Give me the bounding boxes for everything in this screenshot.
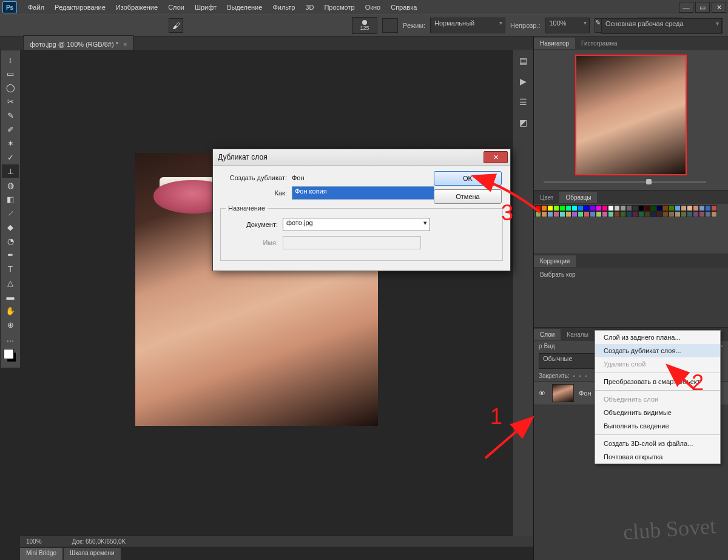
panel-tab[interactable]: Гистограмма bbox=[575, 38, 624, 49]
lock-icon[interactable]: ▫ bbox=[573, 373, 576, 379]
panel-tab[interactable]: Навигатор bbox=[534, 38, 575, 49]
color-swatch[interactable] bbox=[584, 205, 590, 211]
menu-Просмотр[interactable]: Просмотр bbox=[319, 1, 359, 13]
context-menu-item[interactable]: Почтовая открытка bbox=[595, 450, 720, 464]
bottom-tab[interactable]: Mini Bridge bbox=[20, 548, 62, 560]
blend-mode-select[interactable]: Нормальный bbox=[430, 18, 505, 33]
panel-tab[interactable]: Коррекция bbox=[534, 255, 576, 267]
context-menu-item[interactable]: Объединить видимые bbox=[595, 406, 720, 419]
ok-button[interactable]: OK bbox=[434, 171, 502, 186]
tool-button[interactable]: ◧ bbox=[2, 192, 19, 206]
navigator-zoom-slider[interactable] bbox=[538, 178, 724, 186]
color-swatch[interactable] bbox=[547, 211, 553, 217]
document-tab-close-icon[interactable]: × bbox=[123, 41, 127, 48]
panel-tab[interactable]: Слои bbox=[534, 329, 561, 340]
tool-button[interactable]: … bbox=[2, 332, 19, 345]
tool-button[interactable]: ✶ bbox=[2, 137, 19, 150]
tool-button[interactable]: ↕ bbox=[2, 53, 19, 66]
color-swatch[interactable] bbox=[553, 205, 559, 211]
color-swatch[interactable] bbox=[565, 211, 571, 217]
color-swatch[interactable] bbox=[620, 205, 626, 211]
color-swatch[interactable] bbox=[650, 211, 656, 217]
menu-Выделение[interactable]: Выделение bbox=[222, 1, 267, 13]
tool-button[interactable]: ✋ bbox=[2, 304, 19, 317]
minimize-button[interactable]: — bbox=[679, 2, 693, 13]
color-swatch[interactable] bbox=[656, 205, 662, 211]
menu-Справка[interactable]: Справка bbox=[386, 1, 422, 13]
color-swatch[interactable] bbox=[626, 211, 632, 217]
opacity-input[interactable]: 100% bbox=[545, 18, 590, 33]
color-swatch[interactable] bbox=[559, 211, 565, 217]
collapsed-panel-icon[interactable]: ◩ bbox=[516, 116, 530, 129]
color-swatch[interactable] bbox=[669, 205, 675, 211]
tool-button[interactable]: ⊕ bbox=[2, 318, 19, 331]
context-menu-item[interactable]: Выполнить сведение bbox=[595, 419, 720, 433]
lock-icon[interactable]: ▫ bbox=[579, 373, 581, 379]
layer-name[interactable]: Фон bbox=[579, 390, 592, 397]
color-swatch[interactable] bbox=[571, 205, 578, 211]
brush-panel-button[interactable] bbox=[382, 18, 398, 33]
menu-Изображение[interactable]: Изображение bbox=[111, 1, 163, 13]
panel-tab[interactable]: Каналы bbox=[561, 329, 595, 340]
color-swatch[interactable] bbox=[535, 205, 541, 211]
collapsed-panel-icon[interactable]: ▶ bbox=[516, 75, 530, 87]
zoom-value[interactable]: 100% bbox=[26, 538, 42, 545]
workspace-select[interactable]: Основная рабочая среда bbox=[601, 18, 722, 34]
tool-button[interactable]: ✎ bbox=[2, 109, 19, 122]
color-swatch[interactable] bbox=[602, 205, 608, 211]
cancel-button[interactable]: Отмена bbox=[434, 189, 502, 204]
document-select[interactable]: фото.jpg bbox=[283, 218, 430, 231]
filter-icon[interactable]: ▫ bbox=[721, 343, 723, 349]
color-swatch[interactable] bbox=[644, 211, 650, 217]
color-swatch[interactable] bbox=[578, 211, 584, 217]
visibility-icon[interactable]: 👁 bbox=[539, 390, 547, 397]
context-menu-item[interactable]: Создать 3D-слой из файла... bbox=[595, 437, 720, 450]
color-swatch[interactable] bbox=[590, 205, 596, 211]
color-swatch[interactable] bbox=[644, 205, 650, 211]
color-swatch[interactable] bbox=[687, 211, 693, 217]
color-swatch[interactable] bbox=[632, 205, 638, 211]
tool-button[interactable]: ✂ bbox=[2, 95, 19, 108]
color-swatch[interactable] bbox=[578, 205, 584, 211]
color-swatch[interactable] bbox=[693, 205, 699, 211]
color-swatch[interactable] bbox=[638, 205, 644, 211]
color-swatch[interactable] bbox=[681, 205, 687, 211]
as-input[interactable]: Фон копия bbox=[292, 186, 434, 200]
color-swatch[interactable] bbox=[699, 211, 705, 217]
bottom-tab[interactable]: Шкала времени bbox=[64, 548, 120, 560]
color-swatch[interactable] bbox=[535, 211, 541, 217]
color-swatch[interactable] bbox=[559, 205, 565, 211]
menu-Шрифт[interactable]: Шрифт bbox=[190, 1, 221, 13]
context-menu-item[interactable]: Слой из заднего плана... bbox=[595, 331, 720, 344]
maximize-button[interactable]: ▭ bbox=[695, 2, 710, 13]
menu-Редактирование[interactable]: Редактирование bbox=[50, 1, 110, 13]
color-swatch[interactable] bbox=[650, 205, 656, 211]
color-swatch[interactable] bbox=[608, 211, 614, 217]
color-swatch[interactable] bbox=[590, 211, 596, 217]
tool-button[interactable]: ✒ bbox=[2, 248, 19, 261]
tool-button[interactable]: ▬ bbox=[2, 290, 19, 303]
color-swatch[interactable] bbox=[614, 211, 620, 217]
color-swatch[interactable] bbox=[699, 205, 705, 211]
dialog-titlebar[interactable]: Дубликат слоя ✕ bbox=[213, 149, 510, 166]
tool-button[interactable]: ⟋ bbox=[2, 206, 19, 220]
panel-tab[interactable]: Цвет bbox=[534, 192, 559, 203]
tool-button[interactable]: ✓ bbox=[2, 150, 19, 164]
dialog-close-button[interactable]: ✕ bbox=[484, 151, 508, 163]
color-swatch[interactable] bbox=[596, 205, 602, 211]
tool-button[interactable]: ◍ bbox=[2, 178, 19, 192]
color-swatch[interactable] bbox=[711, 211, 717, 217]
color-swatch[interactable] bbox=[547, 205, 553, 211]
collapsed-panel-icon[interactable]: ☰ bbox=[516, 96, 530, 108]
color-swatch[interactable] bbox=[693, 211, 699, 217]
navigator-thumbnail[interactable] bbox=[576, 56, 686, 174]
color-swatch[interactable] bbox=[675, 211, 681, 217]
color-swatch[interactable] bbox=[662, 205, 669, 211]
tool-button[interactable]: ◯ bbox=[2, 81, 19, 94]
document-tab[interactable]: фото.jpg @ 100% (RGB/8#) * × bbox=[23, 35, 133, 51]
canvas-stage[interactable] bbox=[20, 50, 534, 536]
tool-button[interactable]: △ bbox=[2, 276, 19, 289]
color-swatch[interactable] bbox=[705, 211, 711, 217]
tool-preset-icon[interactable]: 🖌 bbox=[169, 18, 183, 33]
color-swatch[interactable] bbox=[662, 211, 669, 217]
